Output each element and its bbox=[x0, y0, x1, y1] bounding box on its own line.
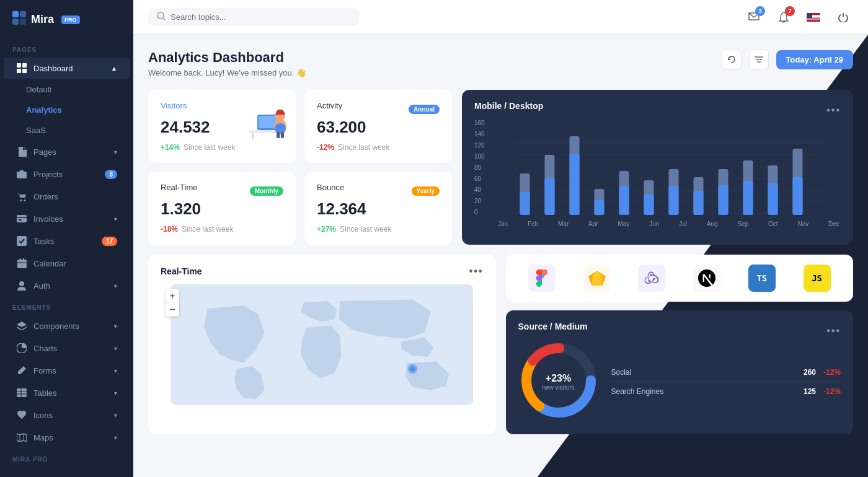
sidebar-item-tables[interactable]: Tables ▾ bbox=[4, 382, 130, 403]
sidebar-item-projects[interactable]: Projects 8 bbox=[4, 164, 130, 185]
sidebar-item-invoices[interactable]: Invoices ▾ bbox=[4, 208, 130, 229]
activity-header: Activity Annual bbox=[317, 101, 440, 118]
chart-more-button[interactable]: ••• bbox=[826, 105, 841, 116]
chevron-maps: ▾ bbox=[114, 434, 117, 441]
projects-label: Projects bbox=[33, 170, 99, 179]
svg-rect-11 bbox=[17, 215, 27, 222]
sidebar-item-default[interactable]: Default bbox=[4, 80, 130, 99]
pro-badge: PRO bbox=[61, 15, 80, 24]
map-icon bbox=[16, 432, 27, 443]
top-header: 3 7 bbox=[133, 0, 868, 35]
realtime-map-card: Real-Time ••• + − bbox=[148, 255, 496, 434]
sidebar-item-tasks[interactable]: Tasks 17 bbox=[4, 230, 130, 252]
bounce-badge: Yearly bbox=[412, 186, 440, 196]
source-social-change: -12% bbox=[823, 368, 841, 377]
mobile-desktop-chart: Mobile / Desktop ••• 1601401201008060402… bbox=[462, 90, 853, 245]
map-more-button[interactable]: ••• bbox=[469, 266, 484, 277]
svg-rect-0 bbox=[12, 11, 19, 17]
zoom-out-button[interactable]: − bbox=[166, 303, 179, 317]
y-axis-labels: 160140120100806040200 bbox=[474, 120, 485, 216]
refresh-button[interactable] bbox=[722, 50, 742, 69]
sidebar-item-calendar[interactable]: Calendar bbox=[4, 253, 130, 274]
visitors-since: +14% Since last week bbox=[161, 143, 283, 152]
svg-rect-6 bbox=[17, 69, 21, 73]
activity-card: Activity Annual 63.200 -12% Since last w… bbox=[304, 90, 452, 163]
sidebar-item-forms[interactable]: Forms ▾ bbox=[4, 360, 130, 381]
svg-rect-35 bbox=[807, 20, 820, 22]
activity-change: -12% bbox=[317, 143, 334, 152]
figma-logo bbox=[528, 265, 556, 292]
typescript-logo: TS bbox=[748, 265, 776, 292]
analytics-label: Analytics bbox=[26, 105, 117, 115]
zoom-in-button[interactable]: + bbox=[166, 289, 179, 303]
svg-rect-19 bbox=[17, 388, 27, 397]
sidebar-item-auth[interactable]: Auth ▾ bbox=[4, 275, 130, 296]
edit-icon bbox=[16, 365, 27, 376]
svg-rect-5 bbox=[22, 63, 27, 68]
sidebar-item-pages[interactable]: Pages ▾ bbox=[4, 141, 130, 162]
chevron-invoices: ▾ bbox=[114, 216, 117, 222]
page-subtitle: Welcome back, Lucy! We've missed you. 👋 bbox=[148, 68, 306, 77]
realtime-since-label: Since last week bbox=[182, 225, 233, 234]
default-label: Default bbox=[26, 85, 117, 94]
chart-title: Mobile / Desktop bbox=[474, 101, 543, 111]
svg-line-26 bbox=[163, 18, 166, 20]
sidebar-item-orders[interactable]: Orders bbox=[4, 186, 130, 207]
pie-chart-icon bbox=[16, 343, 27, 354]
sidebar-item-dashboard[interactable]: Dashboard ▲ bbox=[4, 58, 130, 79]
messages-button[interactable]: 3 bbox=[744, 7, 764, 27]
donut-value: +23% bbox=[542, 373, 574, 384]
search-container[interactable] bbox=[148, 8, 359, 26]
sidebar-item-saas[interactable]: SaaS bbox=[4, 121, 130, 140]
chevron-icons: ▾ bbox=[114, 412, 117, 419]
source-medium-title: Source / Medium bbox=[518, 322, 588, 331]
filter-button[interactable] bbox=[749, 50, 769, 69]
sidebar-item-icons[interactable]: Icons ▾ bbox=[4, 405, 130, 426]
sidebar-item-charts[interactable]: Charts ▾ bbox=[4, 338, 130, 359]
realtime-since: -18% Since last week bbox=[161, 225, 283, 234]
content-area: Analytics Dashboard Welcome back, Lucy! … bbox=[133, 35, 868, 477]
tasks-icon bbox=[16, 235, 27, 247]
today-button[interactable]: Today: April 29 bbox=[776, 50, 853, 69]
tasks-label: Tasks bbox=[33, 237, 95, 246]
activity-label: Activity bbox=[317, 101, 342, 110]
map-title: Real-Time bbox=[161, 266, 202, 276]
map-zoom-controls[interactable]: + − bbox=[166, 289, 179, 317]
bounce-header: Bounce Yearly bbox=[317, 183, 440, 199]
chart-header: Mobile / Desktop ••• bbox=[474, 101, 841, 120]
projects-badge: 8 bbox=[105, 170, 117, 179]
bar-chart-svg bbox=[497, 120, 841, 216]
svg-rect-66 bbox=[595, 200, 604, 215]
auth-label: Auth bbox=[33, 281, 108, 291]
svg-rect-3 bbox=[20, 19, 26, 25]
sidebar-item-analytics[interactable]: Analytics bbox=[4, 100, 130, 120]
map-card-header: Real-Time ••• bbox=[161, 266, 484, 277]
source-row-social: Social 260 -12% bbox=[611, 363, 841, 382]
svg-point-10 bbox=[24, 199, 26, 201]
user-icon bbox=[16, 280, 27, 291]
nextjs-logo bbox=[693, 265, 720, 292]
realtime-badge: Monthly bbox=[250, 186, 283, 196]
svg-rect-76 bbox=[719, 185, 728, 215]
calendar-label: Calendar bbox=[33, 259, 117, 268]
svg-rect-4 bbox=[17, 63, 21, 68]
svg-rect-78 bbox=[743, 181, 753, 215]
sidebar-item-components[interactable]: Components ▾ bbox=[4, 315, 130, 336]
flag-button[interactable] bbox=[804, 7, 823, 27]
bell-button[interactable]: 7 bbox=[774, 7, 794, 27]
page-actions: Today: April 29 bbox=[722, 50, 853, 69]
donut-chart: +23% new visitors bbox=[518, 340, 599, 423]
power-button[interactable] bbox=[833, 7, 853, 27]
search-input[interactable] bbox=[170, 12, 350, 22]
svg-rect-62 bbox=[545, 178, 555, 215]
svg-rect-14 bbox=[17, 260, 27, 268]
charts-label: Charts bbox=[33, 344, 108, 353]
icons-label: Icons bbox=[33, 411, 108, 420]
javascript-logo: JS bbox=[804, 265, 831, 292]
svg-rect-49 bbox=[281, 132, 284, 138]
source-more-button[interactable]: ••• bbox=[826, 325, 841, 336]
sidebar-logo: Mira PRO bbox=[0, 0, 133, 39]
pages-label: Pages bbox=[33, 147, 108, 157]
source-search-name: Search Engines bbox=[611, 387, 664, 396]
sidebar-item-maps[interactable]: Maps ▾ bbox=[4, 427, 130, 448]
